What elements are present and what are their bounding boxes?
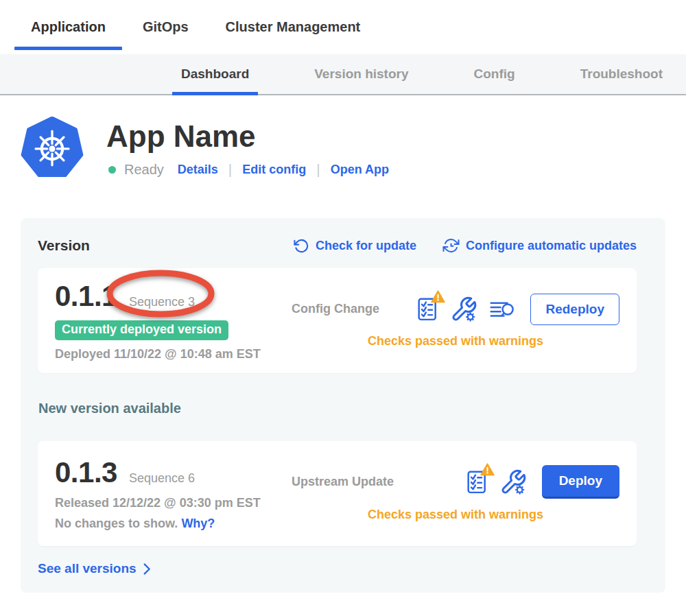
page-title: App Name — [106, 121, 389, 152]
why-link[interactable]: Why? — [181, 517, 215, 530]
see-all-versions-link[interactable]: See all versions — [38, 561, 151, 576]
divider: | — [316, 161, 320, 178]
version-heading: Version — [38, 237, 90, 254]
tab-version-history[interactable]: Version history — [305, 54, 417, 94]
divider: | — [228, 161, 232, 178]
deploy-button[interactable]: Deploy — [542, 465, 619, 499]
refresh-icon — [294, 238, 309, 254]
checks-status-text: Checks passed with warnings — [292, 334, 619, 348]
nav-item-gitops[interactable]: GitOps — [125, 0, 206, 54]
warning-triangle-icon — [480, 463, 495, 476]
tab-dashboard[interactable]: Dashboard — [172, 54, 258, 94]
nav-item-application[interactable]: Application — [13, 0, 123, 54]
current-version-number: 0.1.1 — [55, 280, 117, 313]
tab-config[interactable]: Config — [465, 54, 524, 94]
preflight-checks-icon[interactable] — [466, 469, 488, 495]
version-source-label: Upstream Update — [292, 475, 394, 489]
released-timestamp: Released 12/12/22 @ 03:30 pm EST — [55, 496, 292, 510]
new-version-row: 0.1.3 Sequence 6 Released 12/12/22 @ 03:… — [38, 441, 637, 546]
open-app-link[interactable]: Open App — [331, 163, 389, 177]
nav-item-cluster-management[interactable]: Cluster Management — [208, 0, 379, 54]
redeploy-button[interactable]: Redeploy — [530, 294, 619, 325]
deployed-timestamp: Deployed 11/10/22 @ 10:48 am EST — [55, 347, 292, 362]
warning-triangle-icon — [431, 290, 445, 303]
version-card: Version Check for update Configure autom… — [21, 218, 665, 593]
edit-config-wrench-icon[interactable] — [450, 296, 477, 323]
current-version-sequence: Sequence 3 — [129, 295, 195, 309]
current-version-row: 0.1.1 Sequence 3 Currently deployed vers… — [38, 268, 637, 373]
new-version-number: 0.1.3 — [55, 456, 117, 489]
preflight-checks-icon[interactable] — [416, 296, 438, 322]
edit-config-link[interactable]: Edit config — [242, 163, 306, 177]
primary-nav: Application GitOps Cluster Management — [0, 0, 686, 54]
status-text: Ready — [124, 162, 164, 178]
new-version-sequence: Sequence 6 — [129, 471, 195, 486]
checks-status-text: Checks passed with warnings — [292, 508, 619, 522]
kubernetes-logo-icon — [21, 117, 84, 180]
no-changes-text: No changes to show. — [55, 517, 178, 530]
view-diff-icon[interactable] — [489, 299, 515, 320]
auto-update-clock-icon — [442, 237, 460, 254]
configure-automatic-updates-link[interactable]: Configure automatic updates — [442, 237, 637, 254]
version-source-label: Config Change — [292, 302, 379, 316]
app-tab-bar: Dashboard Version history Config Trouble… — [0, 54, 686, 95]
check-for-update-link[interactable]: Check for update — [294, 237, 416, 254]
details-link[interactable]: Details — [178, 163, 218, 177]
new-version-heading: New version available — [38, 401, 648, 416]
app-header: App Name Ready Details | Edit config | O… — [21, 117, 686, 180]
deployed-badge: Currently deployed version — [55, 320, 228, 340]
edit-config-wrench-icon[interactable] — [499, 469, 527, 496]
tab-troubleshoot[interactable]: Troubleshoot — [571, 54, 672, 94]
status-ready-dot — [108, 166, 116, 174]
chevron-right-icon — [143, 563, 151, 575]
